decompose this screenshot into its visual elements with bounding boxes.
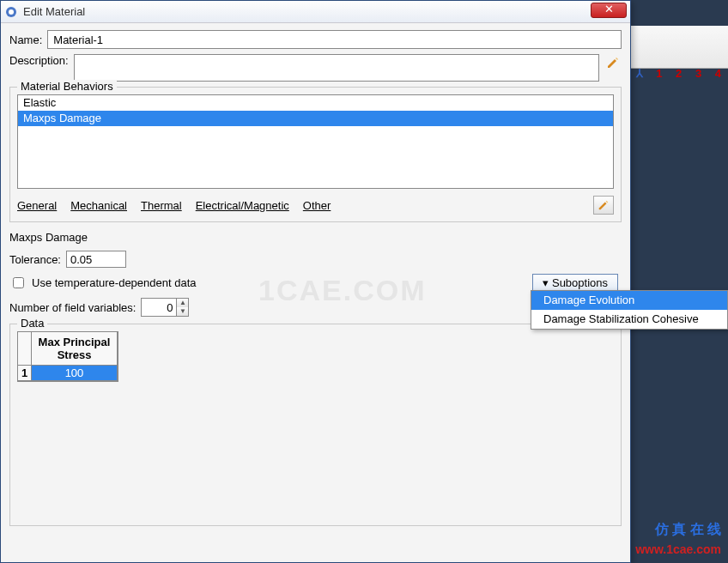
menu-item-damage-stabilization[interactable]: Damage Stabilization Cohesive bbox=[531, 310, 727, 329]
spinner-down-icon[interactable]: ▼ bbox=[177, 307, 188, 316]
pencil-icon bbox=[598, 199, 610, 211]
suboptions-label: Suboptions bbox=[552, 276, 608, 289]
cell-value[interactable]: 100 bbox=[32, 366, 118, 381]
material-behaviors-fieldset: Material Behaviors Elastic Maxps Damage … bbox=[9, 87, 622, 222]
data-fieldset: Data Max Principal Stress 1 100 bbox=[9, 324, 622, 526]
category-mechanical[interactable]: Mechanical bbox=[70, 199, 127, 212]
behavior-item[interactable]: Elastic bbox=[18, 95, 613, 111]
dialog-title: Edit Material bbox=[23, 5, 627, 18]
svg-point-1 bbox=[9, 9, 14, 15]
edit-material-dialog: Edit Material ✕ Name: Description: Mater… bbox=[0, 0, 631, 563]
close-button[interactable]: ✕ bbox=[591, 3, 627, 18]
nfv-spinner[interactable]: ▲ ▼ bbox=[141, 298, 189, 317]
watermark-url: www.1cae.com bbox=[635, 542, 721, 556]
nfv-label: Number of field variables: bbox=[9, 301, 136, 314]
tolerance-input[interactable] bbox=[66, 251, 126, 268]
data-legend: Data bbox=[17, 317, 47, 330]
category-general[interactable]: General bbox=[17, 199, 57, 212]
titlebar[interactable]: Edit Material ✕ bbox=[1, 1, 630, 23]
table-row[interactable]: 1 100 bbox=[18, 366, 118, 381]
suboptions-button[interactable]: ▾ Suboptions bbox=[532, 274, 618, 291]
viewport-numbers: 1 2 3 4 bbox=[656, 67, 726, 80]
maxps-title: Maxps Damage bbox=[9, 231, 622, 244]
viewport-indicators: ⅄ 1 2 3 4 bbox=[636, 67, 726, 80]
behavior-item[interactable]: Maxps Damage bbox=[18, 111, 613, 126]
pencil-icon bbox=[606, 56, 620, 70]
nfv-input[interactable] bbox=[142, 299, 176, 316]
use-temperature-label: Use temperature-dependent data bbox=[32, 276, 197, 289]
edit-description-button[interactable] bbox=[604, 54, 622, 71]
watermark-cn: 仿 真 在 线 bbox=[655, 521, 721, 539]
triangle-down-icon: ▾ bbox=[543, 276, 549, 289]
description-input[interactable] bbox=[74, 54, 599, 82]
name-label: Name: bbox=[9, 33, 42, 46]
spinner-up-icon[interactable]: ▲ bbox=[177, 299, 188, 307]
axis-icon: ⅄ bbox=[636, 67, 648, 80]
tolerance-label: Tolerance: bbox=[9, 253, 61, 266]
data-table[interactable]: Max Principal Stress 1 100 bbox=[17, 331, 118, 382]
category-thermal[interactable]: Thermal bbox=[141, 199, 182, 212]
behaviors-list[interactable]: Elastic Maxps Damage bbox=[17, 94, 614, 189]
behaviors-legend: Material Behaviors bbox=[17, 80, 117, 93]
description-label: Description: bbox=[9, 54, 69, 67]
category-electrical[interactable]: Electrical/Magnetic bbox=[196, 199, 289, 212]
app-icon bbox=[4, 5, 18, 19]
row-index: 1 bbox=[18, 366, 32, 381]
use-temperature-checkbox[interactable] bbox=[13, 277, 24, 288]
menu-item-damage-evolution[interactable]: Damage Evolution bbox=[531, 291, 727, 310]
category-other[interactable]: Other bbox=[303, 199, 331, 212]
name-input[interactable] bbox=[47, 30, 622, 49]
suboptions-menu: Damage Evolution Damage Stabilization Co… bbox=[531, 290, 728, 330]
row-header-blank bbox=[18, 332, 32, 366]
col-header-stress: Max Principal Stress bbox=[32, 332, 118, 366]
edit-behavior-button[interactable] bbox=[593, 196, 614, 215]
